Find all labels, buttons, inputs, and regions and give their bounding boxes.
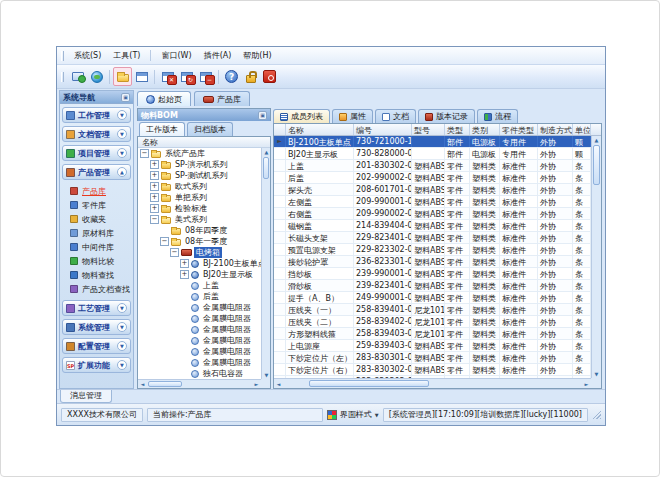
doc-tab[interactable]: 起始页 bbox=[137, 91, 191, 106]
tree-expander[interactable]: − bbox=[150, 215, 159, 224]
sidebar-section-collapsed[interactable]: 工作管理▼ bbox=[62, 107, 131, 123]
tree-node[interactable]: +BJ20主显示板 bbox=[138, 269, 261, 280]
tree-node[interactable]: +单把系列 bbox=[138, 192, 261, 203]
table-row[interactable]: 下纱定位片（左）283-830301-00X塑料ABS零件塑料类标准件外协条 bbox=[274, 352, 591, 364]
bom-version-tab[interactable]: 归档版本 bbox=[187, 122, 233, 136]
tree-node[interactable]: 金属膜电阻器 bbox=[138, 324, 261, 335]
tree-node[interactable]: +检验标准 bbox=[138, 203, 261, 214]
tree-node[interactable]: −08年一季度 bbox=[138, 236, 261, 247]
sidebar-item[interactable]: 收藏夹 bbox=[61, 212, 132, 226]
sidebar-item[interactable]: 零件库 bbox=[61, 198, 132, 212]
bom-pin-button[interactable]: ▣ bbox=[258, 111, 267, 120]
menu-item[interactable]: 工具(T) bbox=[107, 48, 146, 63]
tree-expander[interactable]: + bbox=[150, 160, 159, 169]
tree-node[interactable]: 独石电容器 bbox=[138, 368, 261, 379]
tree-vertical-scrollbar[interactable]: ▲ ▼ bbox=[261, 148, 270, 379]
sidebar-item[interactable]: 物料查找 bbox=[61, 268, 132, 282]
resize-grip[interactable] bbox=[592, 410, 601, 419]
table-row[interactable]: 下纱定位片（右）283-830302-00X塑料ABS零件塑料类标准件外协条 bbox=[274, 364, 591, 376]
table-row[interactable]: 上电源座259-839403-00X塑料ABS零件塑料类标准件外协条 bbox=[274, 340, 591, 352]
parts-tab[interactable]: 文档 bbox=[375, 109, 416, 123]
tree-expander[interactable]: + bbox=[150, 193, 159, 202]
tree-vscroll-thumb[interactable] bbox=[263, 157, 269, 179]
tree-node[interactable]: 金属膜电阻器 bbox=[138, 335, 261, 346]
tree-expander[interactable]: − bbox=[140, 149, 149, 158]
chevron-down-icon[interactable]: ▼ bbox=[117, 341, 127, 351]
table-header-cell[interactable]: 制造方式 bbox=[538, 124, 573, 135]
sidebar-item[interactable]: 原材料库 bbox=[61, 226, 132, 240]
table-row[interactable]: 提手（A、B）249-990001-01X塑料ABS零件塑料类标准件外协条 bbox=[274, 292, 591, 304]
table-row[interactable]: 长磁头支架229-823401-00X塑料ABS零件塑料类标准件外协条 bbox=[274, 232, 591, 244]
chevron-down-icon[interactable]: ▼ bbox=[117, 303, 127, 313]
tree-expander[interactable]: + bbox=[180, 259, 189, 268]
table-vertical-scrollbar[interactable]: ▲ ▼ bbox=[591, 136, 601, 378]
menu-item[interactable]: 系统(S) bbox=[68, 48, 107, 63]
tree-node[interactable]: 上盖 bbox=[138, 280, 261, 291]
table-row[interactable]: 探头壳208-601701-01X塑料ABS零件塑料类标准件外协条 bbox=[274, 184, 591, 196]
sidebar-section-collapsed[interactable]: 项目管理▼ bbox=[62, 145, 131, 161]
tree-node[interactable]: −电烤箱 bbox=[138, 247, 261, 258]
scroll-up-icon[interactable]: ▲ bbox=[592, 136, 601, 144]
toolbar-button[interactable] bbox=[222, 67, 241, 86]
bom-version-tab[interactable]: 工作版本 bbox=[139, 122, 185, 136]
tree-node[interactable]: +SP-测试机系列 bbox=[138, 170, 261, 181]
table-row[interactable]: 左侧盖209-990001-01X塑料ABS零件塑料类标准件外协条 bbox=[274, 196, 591, 208]
sidebar-item[interactable]: 物料比较 bbox=[61, 254, 132, 268]
sidebar-item[interactable]: 产品库 bbox=[61, 184, 132, 198]
sidebar-pin-button[interactable]: ▣ bbox=[121, 93, 130, 102]
tree-column-header[interactable]: 名称 bbox=[138, 137, 270, 148]
table-header-cell[interactable]: 零件类型 bbox=[500, 124, 538, 135]
table-hscroll-thumb[interactable] bbox=[309, 380, 429, 387]
tree-expander[interactable]: + bbox=[150, 204, 159, 213]
table-row[interactable]: BJ20主显示板730-828000-04X部件电源板专用件外协颗 bbox=[274, 148, 591, 160]
table-header-cell[interactable]: 类别 bbox=[470, 124, 500, 135]
toolbar-button[interactable] bbox=[260, 67, 279, 86]
sidebar-section-collapsed[interactable]: 文档管理▼ bbox=[62, 126, 131, 142]
tree-expander[interactable]: + bbox=[150, 171, 159, 180]
sidebar-item[interactable]: 中间件库 bbox=[61, 240, 132, 254]
table-row[interactable]: 后盖202-990002-01X塑料ABS零件塑料类标准件外协条 bbox=[274, 172, 591, 184]
toolbar-button[interactable] bbox=[113, 67, 132, 86]
parts-tab[interactable]: 成员列表 bbox=[273, 109, 330, 123]
table-row[interactable]: 压线夹（二）258-839402-00X尼龙1010零件塑料类标准件外协条 bbox=[274, 316, 591, 328]
scroll-down-icon[interactable]: ▼ bbox=[262, 371, 271, 379]
chevron-down-icon[interactable]: ▼ bbox=[117, 360, 127, 370]
tree-node[interactable]: +SP-演示机系列 bbox=[138, 159, 261, 170]
sidebar-item[interactable]: 产品文档查找 bbox=[61, 282, 132, 296]
table-horizontal-scrollbar[interactable]: ◄ ► bbox=[274, 378, 591, 388]
table-header-cell[interactable]: 类型 bbox=[445, 124, 470, 135]
chevron-down-icon[interactable]: ▼ bbox=[117, 110, 127, 120]
table-header-cell[interactable]: 名称 bbox=[286, 124, 354, 135]
tree-node[interactable]: +BJ-2100主板单点 bbox=[138, 258, 261, 269]
chevron-down-icon[interactable]: ▼ bbox=[117, 129, 127, 139]
toolbar-button[interactable] bbox=[241, 67, 260, 86]
parts-tab[interactable]: 版本记录 bbox=[418, 109, 475, 123]
scroll-up-icon[interactable]: ▲ bbox=[262, 148, 271, 156]
table-row[interactable]: ►BJ-2100主板单点730-721000-12X部件电源板专用件外协颗 bbox=[274, 136, 591, 148]
tree-hscroll-thumb[interactable] bbox=[148, 381, 182, 387]
sidebar-section-collapsed[interactable]: SP扩展功能▼ bbox=[62, 357, 131, 373]
table-row[interactable]: 预置电源支架229-823302-00X塑料ABS零件塑料类标准件外协条 bbox=[274, 244, 591, 256]
tree-expander[interactable]: + bbox=[150, 182, 159, 191]
tree-expander[interactable]: − bbox=[170, 248, 179, 257]
tree-node[interactable]: 金属膜电阻器 bbox=[138, 313, 261, 324]
chevron-down-icon[interactable]: ▼ bbox=[117, 148, 127, 158]
tree-node[interactable]: 金属膜电阻器 bbox=[138, 357, 261, 368]
table-header-cell[interactable]: 编号 bbox=[354, 124, 412, 135]
doc-tab[interactable]: 产品库 bbox=[194, 91, 250, 106]
tree-node[interactable]: 金属膜电阻器 bbox=[138, 346, 261, 357]
scroll-right-icon[interactable]: ► bbox=[252, 380, 261, 388]
chevron-down-icon[interactable]: ▼ bbox=[117, 322, 127, 332]
tree-expander[interactable]: − bbox=[160, 237, 169, 246]
table-row[interactable]: 压线夹（一）258-839401-00X尼龙1010零件塑料类标准件外协条 bbox=[274, 304, 591, 316]
menu-item[interactable]: 窗口(W) bbox=[155, 48, 197, 63]
table-row[interactable]: 上盖201-830302-00X塑料ABS零件塑料类标准件外协条 bbox=[274, 160, 591, 172]
tree-horizontal-scrollbar[interactable]: ◄ ► bbox=[138, 379, 261, 388]
scroll-down-icon[interactable]: ▼ bbox=[592, 370, 601, 378]
table-header-cell[interactable]: 单位 bbox=[573, 124, 591, 135]
table-row[interactable]: 挡纱板239-990001-01X塑料ABS零件塑料类标准件外协条 bbox=[274, 268, 591, 280]
table-header-cell[interactable]: 型号 bbox=[412, 124, 445, 135]
toolbar-button[interactable] bbox=[158, 67, 177, 86]
interface-style-dropdown[interactable]: 界面样式 ▼ bbox=[327, 409, 379, 420]
message-management-tab[interactable]: 消息管理 bbox=[60, 390, 112, 403]
